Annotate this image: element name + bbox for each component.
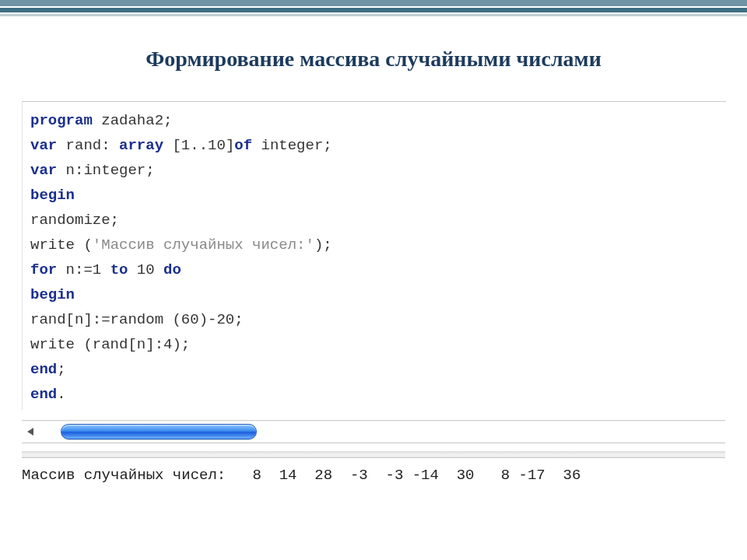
scroll-left-button[interactable] <box>22 421 39 443</box>
code-text: rand[n]:=random (60)-20; <box>30 311 244 328</box>
code-text: rand: <box>57 137 119 154</box>
keyword-var: var <box>30 137 57 154</box>
code-text: randomize; <box>30 212 119 229</box>
svg-marker-0 <box>27 428 33 436</box>
decorative-top-stripe <box>0 0 747 17</box>
keyword-program: program <box>30 112 93 129</box>
keyword-end: end <box>30 386 57 403</box>
code-text: ; <box>57 361 65 378</box>
keyword-begin: begin <box>30 286 75 303</box>
program-output: Массив случайных чисел: 8 14 28 -3 -3 -1… <box>22 467 725 484</box>
code-text: . <box>57 386 65 403</box>
keyword-begin: begin <box>30 187 75 204</box>
slide-title: Формирование массива случайными числами <box>0 47 747 72</box>
code-editor-pane: program zadaha2; var rand: array [1..10]… <box>22 101 726 410</box>
code-text: 10 <box>128 261 163 278</box>
keyword-var: var <box>30 162 57 179</box>
triangle-left-icon <box>27 428 33 436</box>
code-text: [1..10] <box>163 137 234 154</box>
output-values: 8 14 28 -3 -3 -14 30 8 -17 36 <box>226 467 580 484</box>
code-text: integer; <box>252 137 332 154</box>
horizontal-scrollbar[interactable] <box>22 420 725 443</box>
code-text: n:integer; <box>57 162 154 179</box>
code-text: zadaha2; <box>93 112 173 129</box>
keyword-end: end <box>30 361 57 378</box>
source-code[interactable]: program zadaha2; var rand: array [1..10]… <box>23 102 726 410</box>
code-text: write ( <box>30 236 93 254</box>
code-text: write (rand[n]:4); <box>30 336 190 353</box>
pane-divider <box>22 451 725 458</box>
string-literal: 'Массив случайных чисел:' <box>93 236 314 254</box>
keyword-array: array <box>119 137 163 154</box>
scrollbar-thumb[interactable] <box>61 424 257 439</box>
keyword-do: do <box>163 261 181 278</box>
output-label: Массив случайных чисел: <box>22 467 226 484</box>
keyword-of: of <box>234 137 252 154</box>
keyword-for: for <box>30 261 57 278</box>
code-text: ); <box>314 236 332 254</box>
keyword-to: to <box>110 261 128 278</box>
code-text: n:=1 <box>57 261 110 278</box>
